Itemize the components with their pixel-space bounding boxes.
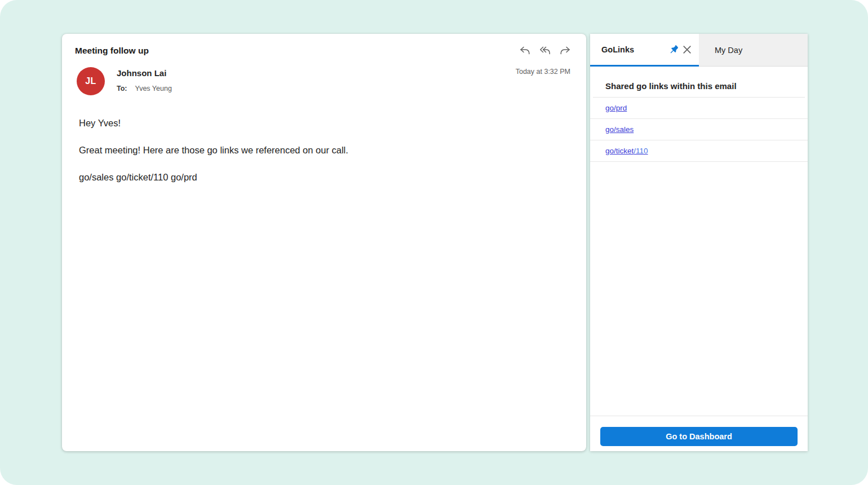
pin-icon[interactable] [668, 45, 679, 55]
recipient-name: Yves Yeung [135, 85, 172, 92]
list-item: go/sales [590, 119, 808, 140]
email-timestamp: Today at 3:32 PM [516, 68, 570, 76]
app-background: Meeting follow up [0, 0, 868, 485]
divider [590, 416, 808, 416]
to-label: To: [117, 85, 127, 92]
golink-go-prd[interactable]: go/prd [605, 104, 627, 112]
email-subject: Meeting follow up [75, 46, 149, 56]
email-reading-pane: Meeting follow up [62, 34, 586, 451]
panel-heading: Shared go links within this email [605, 81, 737, 91]
golink-list: go/prd go/sales go/ticket/110 [590, 98, 808, 162]
message-actions-toolbar [519, 45, 572, 55]
golink-go-ticket-110[interactable]: go/ticket/110 [605, 147, 648, 155]
list-item: go/ticket/110 [590, 140, 808, 162]
golink-go-sales[interactable]: go/sales [605, 125, 634, 134]
recipient-row: To:Yves Yeung [117, 85, 172, 92]
email-paragraph: Hey Yves! [79, 117, 564, 129]
email-paragraph: go/sales go/ticket/110 go/prd [79, 171, 564, 183]
tab-golinks[interactable]: GoLinks [590, 34, 699, 67]
golinks-addin-panel: GoLinks My Day Shared go links within th… [590, 34, 808, 451]
close-icon[interactable] [682, 45, 692, 55]
tab-golinks-label: GoLinks [601, 45, 665, 54]
email-paragraph: Great meeting! Here are those go links w… [79, 144, 564, 156]
addin-tabbar: GoLinks My Day [590, 34, 808, 67]
reply-icon[interactable] [519, 45, 531, 55]
email-body: Hey Yves! Great meeting! Here are those … [79, 117, 564, 199]
sender-name: Johnson Lai [117, 68, 166, 78]
list-item: go/prd [590, 98, 808, 119]
tab-my-day-label: My Day [715, 46, 742, 55]
reply-all-icon[interactable] [539, 45, 551, 55]
go-to-dashboard-button[interactable]: Go to Dashboard [600, 427, 798, 446]
sender-avatar: JL [77, 67, 105, 95]
tab-my-day[interactable]: My Day [699, 34, 808, 67]
forward-icon[interactable] [559, 45, 572, 55]
